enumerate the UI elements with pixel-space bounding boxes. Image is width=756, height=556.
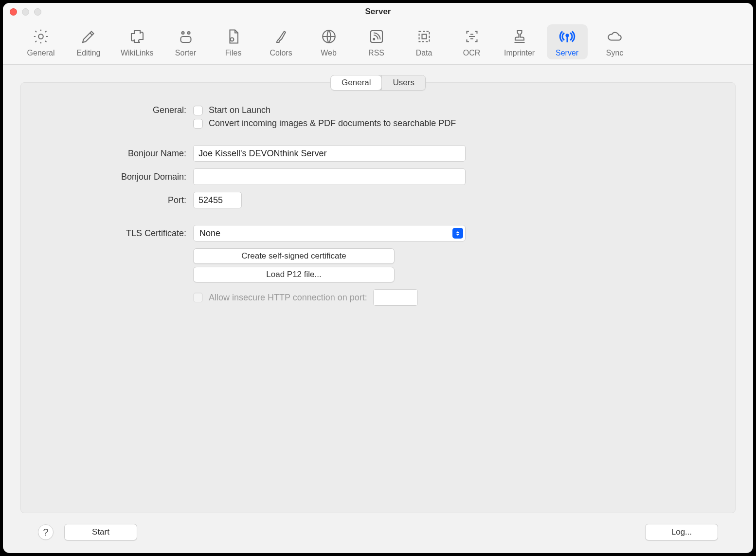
svg-rect-5 [180,37,191,42]
chevron-up-down-icon [452,228,463,239]
prefs-toolbar: General Editing WikiLinks Sorter Files [3,20,753,65]
puzzle-icon [128,27,146,46]
svg-point-3 [182,33,183,33]
label-bonjour-domain: Bonjour Domain: [40,172,186,182]
cloud-icon [606,27,624,46]
checkbox-start-on-launch[interactable] [193,106,203,115]
start-button[interactable]: Start [64,524,137,540]
select-tls-value: None [199,228,220,239]
tab-rss[interactable]: RSS [356,24,397,59]
pencil-icon [79,27,98,46]
label-allow-insecure: Allow insecure HTTP connection on port: [209,293,367,303]
input-port[interactable] [193,192,242,208]
ocr-icon [463,27,481,46]
tab-editing[interactable]: Editing [68,24,109,59]
checkbox-convert-pdf[interactable] [193,119,203,129]
tab-general[interactable]: General [20,24,61,59]
segmented-control: General Users [330,75,426,91]
svg-point-9 [373,38,375,40]
tab-wikilinks[interactable]: WikiLinks [116,24,159,59]
button-create-certificate[interactable]: Create self-signed certificate [193,248,395,264]
file-gear-icon [224,27,243,46]
svg-point-0 [38,34,43,39]
tab-sorter[interactable]: Sorter [165,24,206,59]
subtab-general[interactable]: General [331,75,381,90]
label-tls-certificate: TLS Certificate: [40,228,186,239]
label-convert-pdf: Convert incoming images & PDF documents … [209,118,456,129]
log-button[interactable]: Log... [645,524,718,540]
title-bar: Server [3,3,753,20]
svg-rect-10 [422,35,426,39]
tab-files[interactable]: Files [213,24,254,59]
label-port: Port: [40,195,186,205]
label-general: General: [40,105,186,115]
content-area: General Users General: Start on Launch C… [3,65,753,553]
label-bonjour-name: Bonjour Name: [40,148,186,159]
gear-icon [32,27,50,46]
label-start-on-launch: Start on Launch [209,105,270,115]
settings-panel: General Users General: Start on Launch C… [20,82,736,513]
svg-point-11 [566,35,568,37]
footer: ? Start Log... [20,513,736,553]
antenna-icon [558,27,576,46]
data-icon [415,27,433,46]
tab-sync[interactable]: Sync [594,24,635,59]
window-title: Server [3,7,753,17]
sorter-icon [177,27,195,46]
form: General: Start on Launch Convert incomin… [21,101,735,513]
svg-point-4 [188,33,189,33]
rss-icon [367,27,386,46]
brush-icon [272,27,290,46]
globe-icon [320,27,338,46]
tab-web[interactable]: Web [308,24,349,59]
select-tls-certificate[interactable]: None [193,225,466,241]
input-bonjour-name[interactable] [193,145,466,162]
input-insecure-port [373,289,418,306]
svg-point-6 [230,38,234,41]
tab-ocr[interactable]: OCR [451,24,492,59]
help-button[interactable]: ? [38,524,54,540]
preferences-window: Server General Editing WikiLinks Sorter [3,3,753,553]
tab-server[interactable]: Server [547,24,588,59]
subtab-users[interactable]: Users [382,75,425,90]
stamp-icon [510,27,529,46]
tab-imprinter[interactable]: Imprinter [499,24,540,59]
input-bonjour-domain[interactable] [193,168,466,185]
tab-data[interactable]: Data [404,24,445,59]
checkbox-allow-insecure [193,293,203,302]
tab-colors[interactable]: Colors [261,24,302,59]
button-load-p12[interactable]: Load P12 file... [193,267,395,282]
